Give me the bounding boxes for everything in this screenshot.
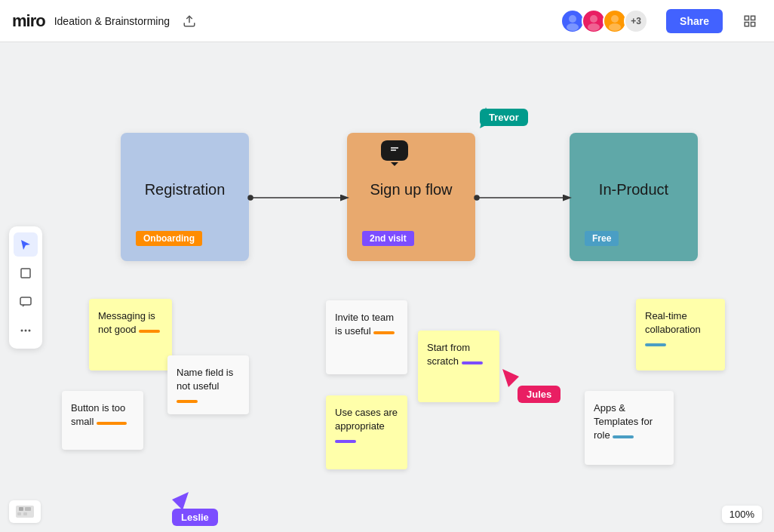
realtime-note[interactable]: Real-time collaboration [636,299,725,371]
svg-rect-28 [17,512,21,515]
minimap[interactable] [9,500,41,523]
svg-rect-26 [19,507,23,511]
signup-flow-card[interactable]: Sign up flow 2nd visit [347,133,475,261]
svg-point-2 [567,23,579,31]
svg-rect-29 [23,512,27,515]
svg-point-4 [588,23,600,31]
apps-templates-note[interactable]: Apps & Templates for role [585,391,674,465]
start-scratch-note[interactable]: Start from scratch [418,331,499,402]
more-tools[interactable] [14,318,38,343]
svg-rect-8 [751,16,755,20]
left-toolbar [9,226,42,349]
avatar-extra-count: +3 [624,9,648,33]
trevor-badge: Trevor [480,109,528,126]
registration-tag: Onboarding [136,231,202,246]
sticky-note-tool[interactable] [14,261,38,285]
miro-logo: miro [12,11,45,31]
header: miro Ideation & Brainstorming +3 Share [0,0,774,42]
signup-flow-label: Sign up flow [362,148,460,231]
in-product-label: In-Product [585,148,683,231]
svg-rect-15 [20,297,31,305]
signup-flow-tag: 2nd visit [362,231,414,246]
board-title: Ideation & Brainstorming [54,15,170,27]
invite-team-bar [373,331,395,334]
svg-point-18 [29,329,31,331]
grid-button[interactable] [738,9,762,33]
zoom-indicator: 100% [722,506,762,523]
svg-marker-24 [172,492,189,510]
invite-team-note[interactable]: Invite to team is useful [326,300,407,374]
svg-rect-19 [389,145,401,154]
svg-marker-23 [502,369,519,387]
messaging-bar [139,330,160,333]
chat-bubble [381,140,408,161]
in-product-tag: Free [585,231,619,246]
use-cases-bar [335,440,356,443]
start-scratch-bar [462,361,483,364]
upload-button[interactable] [179,11,200,32]
use-cases-note-text: Use cases are appropriate [335,407,398,432]
apps-templates-bar [613,435,634,438]
avatar-group: +3 [561,9,648,33]
in-product-card[interactable]: In-Product Free [570,133,698,261]
svg-rect-10 [745,22,748,26]
realtime-note-text: Real-time collaboration [645,310,701,335]
jules-badge: Jules [518,386,561,403]
canvas: Registration Onboarding Sign up flow 2nd… [0,42,774,532]
use-cases-note[interactable]: Use cases are appropriate [326,395,407,469]
svg-rect-25 [16,506,34,518]
name-field-note[interactable]: Name field is not useful [167,355,249,414]
messaging-note[interactable]: Messaging is not good [89,299,172,371]
svg-point-1 [569,15,576,23]
svg-rect-9 [751,22,755,26]
svg-rect-14 [21,269,30,278]
svg-point-5 [611,15,619,23]
name-field-note-text: Name field is not useful [177,367,233,392]
realtime-bar [645,343,666,346]
button-small-note[interactable]: Button is too small [62,391,143,450]
registration-card[interactable]: Registration Onboarding [121,133,249,261]
svg-point-6 [609,23,621,31]
svg-rect-27 [25,507,31,511]
leslie-badge: Leslie [172,509,218,526]
share-button[interactable]: Share [666,9,723,33]
name-field-bar [177,400,198,403]
registration-label: Registration [136,148,234,231]
button-small-bar [97,422,127,425]
svg-point-16 [21,329,23,331]
svg-point-3 [590,15,597,23]
svg-point-17 [25,329,27,331]
svg-rect-7 [745,16,748,20]
comment-tool[interactable] [14,290,38,314]
cursor-tool[interactable] [14,232,38,257]
